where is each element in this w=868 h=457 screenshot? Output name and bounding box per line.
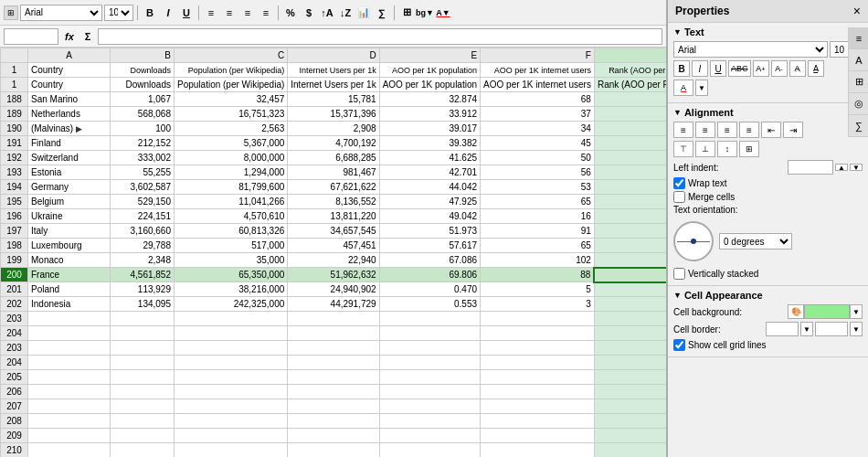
empty-cell[interactable]: [379, 414, 480, 429]
cell-g189[interactable]: 12: [594, 107, 666, 122]
cell-a188[interactable]: San Marino: [28, 92, 111, 107]
background-color-button[interactable]: bg▼: [417, 5, 433, 21]
empty-cell[interactable]: [481, 399, 595, 414]
cell-e191[interactable]: 39.382: [379, 136, 480, 151]
cell-e1[interactable]: AOO per 1K population: [379, 78, 480, 92]
cell-border-style[interactable]: [766, 322, 799, 336]
cell-e204[interactable]: [379, 326, 480, 341]
prop-fontcolor-btn[interactable]: A: [673, 80, 693, 96]
empty-cell[interactable]: [594, 429, 666, 443]
align-indent-right-btn[interactable]: ⇥: [783, 122, 803, 138]
cell-b189[interactable]: 568,068: [111, 107, 175, 122]
empty-cell[interactable]: [379, 341, 480, 356]
cell-g197[interactable]: 4: [594, 224, 666, 239]
functions-icon[interactable]: ∑: [849, 115, 868, 137]
cell-c200[interactable]: 65,350,000: [175, 268, 288, 282]
cell-a1[interactable]: Country: [28, 78, 111, 92]
empty-cell[interactable]: [481, 356, 595, 370]
orientation-select[interactable]: 0 degrees: [719, 233, 792, 250]
empty-cell[interactable]: [28, 399, 111, 414]
sort-desc-button[interactable]: ↓Z: [337, 5, 354, 21]
cell-d194[interactable]: 67,621,622: [288, 180, 379, 195]
empty-cell[interactable]: [288, 429, 379, 443]
cell-f201[interactable]: 5: [481, 282, 595, 297]
cell-f194[interactable]: 53: [481, 180, 595, 195]
cell-c189[interactable]: 16,751,323: [175, 107, 288, 122]
cell-b193[interactable]: 55,255: [111, 165, 175, 180]
sort-asc-button[interactable]: ↑A: [319, 5, 335, 21]
cell-d198[interactable]: 457,451: [288, 239, 379, 253]
styles-icon[interactable]: A: [849, 49, 868, 71]
cell-c188[interactable]: 32,457: [175, 92, 288, 107]
cell-c199[interactable]: 35,000: [175, 253, 288, 268]
cell-g188[interactable]: 13: [594, 92, 666, 107]
col-header-a[interactable]: A: [28, 48, 111, 63]
align-justify-btn[interactable]: ≡: [739, 122, 759, 138]
cell-f189[interactable]: 37: [481, 107, 595, 122]
cell-f203[interactable]: [481, 312, 595, 326]
percent-button[interactable]: %: [282, 5, 299, 21]
cell-a198[interactable]: Luxembourg: [28, 239, 111, 253]
align-indent-left-btn[interactable]: ⇤: [761, 122, 781, 138]
empty-cell[interactable]: [111, 399, 175, 414]
align-left-btn[interactable]: ≡: [673, 122, 693, 138]
cell-g1[interactable]: Rank (AOO per Population): [594, 63, 666, 78]
cell-bg-color-button[interactable]: [804, 304, 850, 319]
orientation-circle[interactable]: [673, 221, 714, 261]
cell-border-color-dropdown[interactable]: ▼: [850, 322, 863, 336]
cell-c190[interactable]: 2,563: [175, 122, 288, 136]
cell-d190[interactable]: 2,908: [288, 122, 379, 136]
properties-close-button[interactable]: ×: [853, 4, 861, 18]
cell-d202[interactable]: 44,291,729: [288, 297, 379, 312]
align-left-button[interactable]: ≡: [203, 5, 219, 21]
cell-appearance-header[interactable]: ▼ Cell Appearance: [673, 290, 863, 301]
cell-g196[interactable]: 5: [594, 209, 666, 224]
currency-button[interactable]: $: [301, 5, 317, 21]
empty-cell[interactable]: [28, 414, 111, 429]
align-center-btn[interactable]: ≡: [695, 122, 715, 138]
cell-e1[interactable]: AOO per 1K population: [379, 63, 480, 78]
cell-f195[interactable]: 65: [481, 195, 595, 209]
empty-cell[interactable]: [379, 399, 480, 414]
cell-c191[interactable]: 5,367,000: [175, 136, 288, 151]
formula-fx-button[interactable]: fx: [60, 28, 79, 45]
cell-b200[interactable]: 4,561,852: [111, 268, 175, 282]
cell-b1[interactable]: Downloads: [111, 78, 175, 92]
align-right-button[interactable]: ≡: [239, 5, 256, 21]
cell-b192[interactable]: 333,002: [111, 151, 175, 165]
cell-e194[interactable]: 44.042: [379, 180, 480, 195]
cell-a201[interactable]: Poland: [28, 282, 111, 297]
cell-a192[interactable]: Switzerland: [28, 151, 111, 165]
empty-cell[interactable]: [594, 399, 666, 414]
valign-4-btn[interactable]: ⊞: [739, 141, 759, 157]
cell-f1[interactable]: AOO per 1K internet users: [481, 63, 595, 78]
empty-cell[interactable]: [481, 429, 595, 443]
cell-e192[interactable]: 41.625: [379, 151, 480, 165]
cell-g199[interactable]: 2: [594, 253, 666, 268]
vertically-stacked-checkbox[interactable]: [673, 268, 685, 280]
indent-up-btn[interactable]: ▲: [835, 164, 848, 171]
function-button[interactable]: ∑: [374, 5, 390, 21]
col-header-f[interactable]: F: [481, 48, 595, 63]
empty-cell[interactable]: [481, 385, 595, 399]
cell-c1[interactable]: Population (per Wikipedia): [175, 63, 288, 78]
cell-f190[interactable]: 34: [481, 122, 595, 136]
cell-f196[interactable]: 16: [481, 209, 595, 224]
cell-b204[interactable]: [111, 326, 175, 341]
prop-superscript-button[interactable]: A+: [753, 60, 769, 77]
empty-cell[interactable]: [111, 443, 175, 458]
cell-a191[interactable]: Finland: [28, 136, 111, 151]
empty-cell[interactable]: [175, 399, 288, 414]
prop-fontcolor-dropdown[interactable]: ▼: [695, 80, 708, 96]
valign-bottom-btn[interactable]: ↕: [717, 141, 737, 157]
cell-f191[interactable]: 45: [481, 136, 595, 151]
cell-b196[interactable]: 224,151: [111, 209, 175, 224]
cell-c202[interactable]: 242,325,000: [175, 297, 288, 312]
cell-f202[interactable]: 3: [481, 297, 595, 312]
cell-d196[interactable]: 13,811,220: [288, 209, 379, 224]
empty-cell[interactable]: [111, 341, 175, 356]
cell-f197[interactable]: 91: [481, 224, 595, 239]
empty-cell[interactable]: [111, 356, 175, 370]
prop-shadow-button[interactable]: A: [789, 60, 806, 77]
empty-cell[interactable]: [481, 414, 595, 429]
